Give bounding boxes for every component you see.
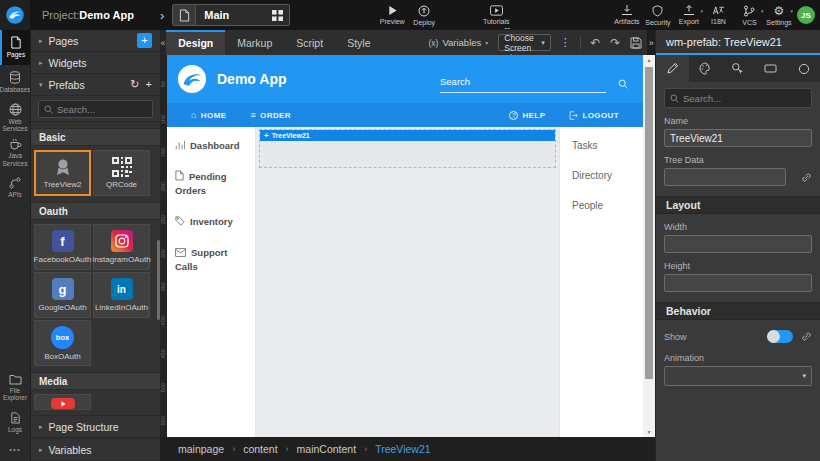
tab-script[interactable]: Script — [284, 30, 335, 55]
rail-item-pages[interactable]: Pages — [0, 30, 30, 65]
rail-item-java-services[interactable]: Java Services — [0, 135, 30, 170]
tab-styles[interactable] — [689, 55, 722, 82]
caret-down-icon: ▾ — [802, 372, 806, 380]
group-header-basic: Basic — [31, 128, 160, 146]
settings-button[interactable]: ⚙ Settings — [763, 0, 794, 30]
prefab-tile-media-partial[interactable] — [34, 394, 91, 410]
user-avatar[interactable]: JS — [797, 6, 815, 24]
canvas-scrollbar[interactable]: ▲ ▼ — [643, 55, 655, 437]
refresh-prefabs-icon[interactable]: ↻ — [130, 79, 139, 90]
bind-link-icon[interactable] — [801, 331, 812, 342]
rail-item-logs[interactable]: Logs — [0, 405, 30, 440]
prefab-tile-qrcode[interactable]: QRCode — [93, 150, 150, 196]
preview-button[interactable]: Preview — [376, 0, 408, 30]
bind-link-icon[interactable] — [801, 172, 812, 183]
tab-design[interactable]: Design — [166, 30, 225, 55]
menu-item-support-calls[interactable]: Support Calls — [175, 246, 247, 274]
section-pages[interactable]: ▸ Pages + — [31, 30, 160, 52]
basic-prefab-grid: TreeView2 QRCode — [31, 146, 160, 196]
i18n-button[interactable]: I18N — [703, 0, 734, 30]
section-page-structure[interactable]: ▸ Page Structure — [31, 415, 160, 438]
scroll-down-icon[interactable]: ▼ — [647, 427, 652, 437]
height-field[interactable] — [664, 274, 812, 292]
tab-style[interactable]: Style — [335, 30, 382, 55]
breadcrumb-maincontent[interactable]: mainContent — [297, 443, 357, 455]
add-page-button[interactable]: + — [137, 33, 152, 48]
prefab-tile-facebookoauth[interactable]: f FacebookOAuth — [34, 224, 91, 270]
prefab-tile-instagramoauth[interactable]: InstagramOAuth — [93, 224, 150, 270]
breadcrumb-treeview21[interactable]: TreeView21 — [375, 443, 430, 455]
aside-item-directory[interactable]: Directory — [572, 170, 643, 181]
tree-data-field[interactable] — [664, 168, 786, 186]
show-property-row: Show — [664, 330, 812, 343]
name-field[interactable] — [664, 129, 812, 147]
rail-item-databases[interactable]: Databases — [0, 65, 30, 100]
tab-events[interactable] — [722, 55, 755, 82]
inspector-search-input[interactable]: Search... — [664, 88, 812, 108]
treeview-widget-label[interactable]: + TreeView21 — [260, 130, 555, 141]
deploy-button[interactable]: Deploy — [408, 0, 440, 30]
tab-properties[interactable] — [656, 55, 689, 82]
add-prefab-icon[interactable]: + — [146, 79, 152, 90]
settings-caret-icon: ▾ — [790, 8, 793, 14]
scroll-up-icon[interactable]: ▲ — [647, 55, 652, 65]
menu-item-inventory[interactable]: Inventory — [175, 215, 247, 229]
menu-item-pending-orders[interactable]: Pending Orders — [175, 170, 247, 198]
variables-menu-button[interactable]: (x) Variables ▾ — [428, 30, 488, 55]
rail-item-web-services[interactable]: Web Services — [0, 100, 30, 135]
nav-home[interactable]: ⌂HOME — [191, 110, 226, 120]
grid-icon[interactable] — [265, 10, 289, 21]
treeview-widget-body[interactable] — [260, 141, 555, 167]
security-button[interactable]: Export Security — [642, 0, 673, 30]
breadcrumb-content[interactable]: content — [243, 443, 277, 455]
treeview-widget-selected[interactable]: + TreeView21 — [259, 129, 556, 168]
app-search-input[interactable]: Search — [440, 76, 606, 93]
aside-item-people[interactable]: People — [572, 200, 643, 211]
menu-item-dashboard[interactable]: Dashboard — [175, 139, 247, 153]
app-nav-bar: ⌂HOME ≡ORDER ?HELP LOGOUT — [167, 103, 643, 127]
export-button[interactable]: Export — [673, 0, 704, 30]
breadcrumb-mainpage[interactable]: mainpage — [178, 443, 224, 455]
prefab-tile-googleoauth[interactable]: g GoogleOAuth — [34, 272, 91, 318]
section-variables[interactable]: ▸ Variables — [31, 438, 160, 461]
animation-select[interactable]: ▾ — [664, 366, 812, 386]
prefab-tile-boxoauth[interactable]: box BoxOAuth — [34, 320, 91, 366]
tab-outline[interactable] — [787, 55, 820, 82]
rail-item-file-explorer[interactable]: File Explorer — [0, 370, 30, 405]
wavemaker-logo[interactable] — [0, 0, 30, 30]
prefab-search-input[interactable]: Search... — [38, 100, 153, 118]
tab-device[interactable] — [754, 55, 787, 82]
save-button[interactable] — [630, 30, 642, 55]
collapse-right-panel-button[interactable]: » — [647, 30, 655, 55]
section-prefabs[interactable]: ▾ Prefabs ↻ + — [31, 74, 160, 96]
more-options-button[interactable]: ⋮ — [560, 30, 571, 55]
tab-markup[interactable]: Markup — [225, 30, 284, 55]
artifacts-button[interactable]: Artifacts — [611, 0, 642, 30]
rail-more-button[interactable]: ••• — [0, 440, 30, 458]
nav-help[interactable]: ?HELP — [509, 111, 545, 120]
logout-icon — [569, 111, 578, 120]
prefab-tile-treeview2[interactable]: TreeView2 — [34, 150, 91, 196]
search-icon[interactable] — [618, 79, 628, 89]
prefab-list-scroll[interactable]: Basic TreeView2 QRCode Oauth f Face — [31, 122, 160, 415]
rail-item-apis[interactable]: APIs — [0, 170, 30, 205]
redo-button[interactable]: ↷ — [610, 30, 620, 55]
show-label: Show — [664, 332, 687, 342]
page-selector[interactable]: Main — [172, 4, 290, 26]
scrollbar-thumb[interactable] — [645, 67, 653, 379]
nav-order[interactable]: ≡ORDER — [250, 110, 291, 120]
current-page-name: Main — [196, 9, 265, 21]
screen-size-select[interactable]: -- Choose Screen Size -- ▾ — [498, 34, 550, 51]
section-widgets[interactable]: ▸ Widgets — [31, 52, 160, 74]
caret-down-icon: ▾ — [485, 39, 488, 46]
app-content-area[interactable]: + TreeView21 — [256, 127, 559, 437]
show-toggle[interactable] — [767, 330, 793, 343]
prefab-tile-linkedinoauth[interactable]: in LinkedInOAuth — [93, 272, 150, 318]
width-field[interactable] — [664, 235, 812, 253]
nav-logout[interactable]: LOGOUT — [569, 111, 619, 120]
design-canvas[interactable]: Demo App Search ⌂HOME ≡ORDER ?HELP LOGOU… — [167, 55, 643, 437]
undo-button[interactable]: ↶ — [590, 30, 600, 55]
aside-item-tasks[interactable]: Tasks — [572, 140, 643, 151]
vcs-button[interactable]: VCS — [734, 0, 765, 30]
app-header[interactable]: Demo App Search — [167, 55, 643, 103]
